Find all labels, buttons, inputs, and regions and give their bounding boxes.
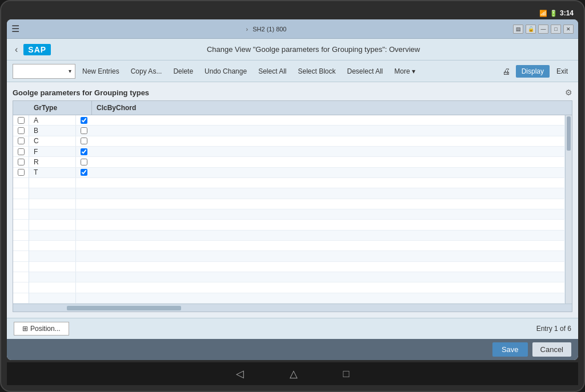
undo-change-button[interactable]: Undo Change — [200, 66, 251, 77]
row-checkbox-B[interactable] — [18, 127, 25, 134]
row-select-empty-10 — [13, 272, 29, 282]
table-row[interactable]: R — [29, 157, 565, 167]
row-select-C[interactable] — [13, 136, 29, 147]
window-menu-btn[interactable]: ▤ — [513, 25, 523, 34]
row-checkboxes — [13, 115, 29, 304]
table-row-empty — [29, 241, 565, 251]
device-frame: 📶 🔋 3:14 ☰ › SH2 (1) 800 ▤ 🔓 — □ ✕ ‹ SAP — [0, 0, 585, 392]
row-select-B[interactable] — [13, 126, 29, 136]
save-button[interactable]: Save — [492, 342, 528, 357]
clcbychord-checkbox-A[interactable] — [81, 117, 87, 124]
row-select-A[interactable] — [13, 115, 29, 126]
back-button[interactable]: ‹ — [13, 45, 20, 55]
window-maximize-btn[interactable]: □ — [551, 25, 561, 34]
clcbychord-checkbox-T[interactable] — [81, 169, 87, 176]
row-select-R[interactable] — [13, 157, 29, 167]
empty-cell — [29, 282, 76, 292]
empty-cell — [29, 178, 76, 188]
table-body: A B C — [13, 115, 572, 304]
server-info: SH2 (1) 800 — [253, 26, 286, 33]
main-content: Goolge parameters for Grouping types ⚙ G… — [7, 82, 578, 318]
table-row-empty — [29, 188, 565, 199]
clcbychord-checkbox-R[interactable] — [81, 159, 87, 165]
copy-as-button[interactable]: Copy As... — [126, 66, 167, 77]
select-all-button[interactable]: Select All — [254, 66, 291, 77]
header-grtype: GrType — [29, 101, 92, 115]
wifi-icon: 📶 — [539, 10, 547, 17]
cell-clcbychord-F[interactable] — [76, 147, 565, 156]
table-row[interactable]: F — [29, 147, 565, 157]
header-clcbychord: ClcByChord — [92, 101, 572, 115]
row-select-T[interactable] — [13, 168, 29, 178]
app-area: ☰ › SH2 (1) 800 ▤ 🔓 — □ ✕ ‹ SAP Change V… — [7, 19, 578, 360]
row-select-F[interactable] — [13, 147, 29, 157]
select-block-button[interactable]: Select Block — [294, 66, 340, 77]
row-select-empty-6 — [13, 231, 29, 241]
table-row[interactable]: T — [29, 168, 565, 178]
row-checkbox-A[interactable] — [18, 117, 25, 124]
cell-clcbychord-R[interactable] — [76, 157, 565, 167]
table-row[interactable]: A — [29, 115, 565, 126]
action-bar: Save Cancel — [7, 339, 578, 360]
empty-cell — [76, 188, 565, 198]
window-close-btn[interactable]: ✕ — [563, 25, 574, 34]
new-entries-button[interactable]: New Entries — [78, 66, 124, 77]
toolbar-dropdown[interactable]: ▾ — [13, 64, 75, 79]
section-title: Goolge parameters for Grouping types — [13, 88, 149, 97]
position-label: Position... — [30, 325, 61, 333]
nav-title: Change View "Goolge parameters for Group… — [54, 45, 572, 54]
row-select-empty-8 — [13, 251, 29, 261]
row-select-empty-1 — [13, 178, 29, 188]
empty-cell — [29, 220, 76, 229]
empty-cell — [29, 262, 76, 272]
row-checkbox-R[interactable] — [18, 159, 25, 165]
row-checkbox-F[interactable] — [18, 148, 25, 155]
clcbychord-checkbox-B[interactable] — [81, 127, 87, 134]
footer-nav: ⊞ Position... Entry 1 of 6 — [7, 318, 578, 339]
cell-clcbychord-T[interactable] — [76, 168, 565, 177]
empty-cell — [29, 209, 76, 219]
window-lock-btn[interactable]: 🔓 — [526, 25, 536, 34]
h-scrollbar-thumb[interactable] — [67, 306, 181, 310]
position-button[interactable]: ⊞ Position... — [14, 322, 69, 336]
empty-cell — [76, 262, 565, 272]
empty-cell — [29, 272, 76, 282]
row-select-empty-12 — [13, 293, 29, 304]
cell-clcbychord-B[interactable] — [76, 126, 565, 135]
delete-button[interactable]: Delete — [169, 66, 198, 77]
cell-clcbychord-C[interactable] — [76, 136, 565, 146]
empty-cell — [76, 231, 565, 240]
data-table: GrType ClcByChord — [13, 100, 572, 312]
more-button[interactable]: More ▾ — [390, 66, 420, 77]
clcbychord-checkbox-F[interactable] — [81, 148, 87, 155]
sap-titlebar: ☰ › SH2 (1) 800 ▤ 🔓 — □ ✕ — [7, 19, 578, 39]
table-row[interactable]: B — [29, 126, 565, 136]
cancel-button[interactable]: Cancel — [532, 342, 571, 357]
cell-clcbychord-A[interactable] — [76, 115, 565, 125]
recents-nav-icon[interactable]: □ — [343, 368, 350, 380]
window-minimize-btn[interactable]: — — [538, 25, 548, 34]
back-nav-icon[interactable]: ◁ — [236, 367, 244, 380]
cell-grtype-B: B — [29, 126, 76, 135]
header-checkbox-col — [13, 101, 29, 115]
display-button[interactable]: Display — [516, 65, 550, 78]
cell-grtype-A: A — [29, 115, 76, 125]
home-nav-icon[interactable]: △ — [290, 367, 298, 380]
printer-button[interactable]: 🖨 — [499, 66, 514, 77]
row-checkbox-C[interactable] — [18, 138, 25, 144]
deselect-all-button[interactable]: Deselect All — [343, 66, 388, 77]
horizontal-scrollbar[interactable] — [13, 304, 572, 312]
settings-icon[interactable]: ⚙ — [565, 88, 572, 97]
clcbychord-checkbox-C[interactable] — [81, 138, 87, 144]
entry-info: Entry 1 of 6 — [536, 325, 571, 333]
scrollbar-thumb[interactable] — [567, 116, 571, 151]
table-row-empty — [29, 282, 565, 293]
row-checkbox-T[interactable] — [18, 169, 25, 176]
table-row-empty — [29, 251, 565, 261]
cell-grtype-R: R — [29, 157, 76, 167]
row-select-empty-11 — [13, 282, 29, 293]
vertical-scrollbar[interactable] — [565, 115, 572, 304]
hamburger-icon[interactable]: ☰ — [11, 23, 19, 34]
table-row[interactable]: C — [29, 136, 565, 147]
exit-button[interactable]: Exit — [552, 66, 572, 77]
